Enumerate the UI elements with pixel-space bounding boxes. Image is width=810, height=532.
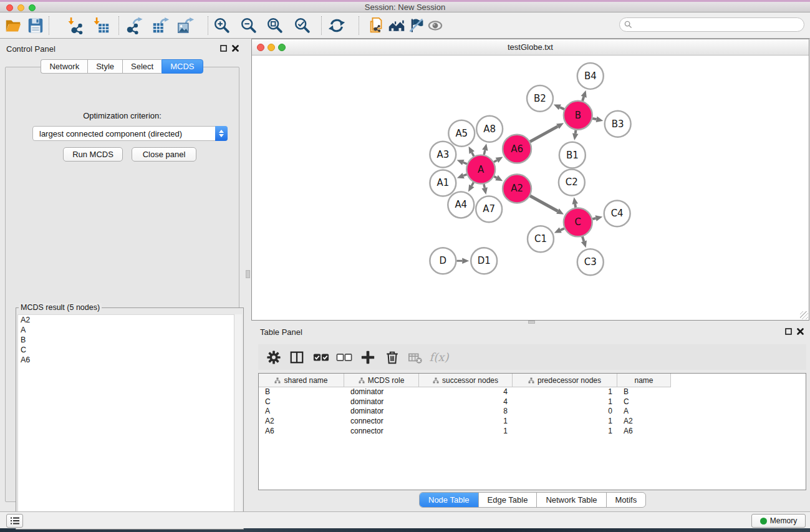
- node-C2[interactable]: C2: [559, 170, 585, 196]
- edge-C-C1[interactable]: [554, 228, 564, 233]
- float-table-panel-icon[interactable]: [785, 328, 792, 335]
- table-row[interactable]: Bdominator41B: [259, 387, 806, 397]
- node-D1[interactable]: D1: [471, 248, 497, 274]
- edge-C-C3[interactable]: [581, 236, 587, 248]
- tab-node-table[interactable]: Node Table: [420, 493, 478, 507]
- search-input[interactable]: [632, 18, 804, 31]
- node-B4[interactable]: B4: [577, 63, 604, 89]
- column-header-successor-nodes[interactable]: successor nodes: [419, 374, 513, 387]
- vertical-splitter-handle[interactable]: [246, 270, 250, 278]
- float-panel-icon[interactable]: [220, 45, 227, 52]
- node-A8[interactable]: A8: [476, 116, 503, 142]
- mcds-result-item[interactable]: A: [18, 325, 241, 335]
- zoom-fit-icon[interactable]: [265, 14, 285, 37]
- import-table-icon[interactable]: [91, 14, 111, 37]
- node-B1[interactable]: B1: [559, 142, 586, 168]
- home-icon[interactable]: [388, 14, 405, 37]
- edge-A-A8[interactable]: [482, 143, 488, 155]
- node-A1[interactable]: A1: [430, 170, 456, 196]
- flag-icon[interactable]: [407, 14, 425, 37]
- copy-network-icon[interactable]: [368, 14, 385, 37]
- open-session-icon[interactable]: [3, 14, 23, 37]
- table-row[interactable]: A6connector11A6: [259, 427, 806, 437]
- column-header-predecessor-nodes[interactable]: predecessor nodes: [513, 374, 617, 387]
- node-D[interactable]: D: [430, 248, 456, 274]
- function-builder-icon[interactable]: f(x): [428, 349, 450, 365]
- edge-A-A6[interactable]: [494, 157, 503, 163]
- node-C1[interactable]: C1: [528, 226, 554, 252]
- node-A[interactable]: A: [466, 155, 495, 184]
- window-resize-grip[interactable]: [800, 311, 808, 319]
- edge-A2-C[interactable]: [530, 196, 564, 215]
- node-B3[interactable]: B3: [605, 111, 631, 137]
- node-A6[interactable]: A6: [503, 135, 531, 163]
- show-panels-button[interactable]: [6, 514, 23, 528]
- select-all-icon[interactable]: [312, 349, 329, 365]
- tab-motifs[interactable]: Motifs: [606, 493, 646, 507]
- edge-A-A3[interactable]: [457, 160, 467, 165]
- show-columns-icon[interactable]: [288, 349, 305, 365]
- mcds-result-item[interactable]: B: [18, 335, 241, 345]
- node-A5[interactable]: A5: [448, 120, 475, 147]
- eye-icon[interactable]: [427, 14, 444, 37]
- edge-A-A7[interactable]: [482, 184, 488, 195]
- zoom-selected-icon[interactable]: [292, 14, 312, 37]
- edge-B-B4[interactable]: [581, 90, 587, 101]
- tab-mcds[interactable]: MCDS: [162, 59, 203, 74]
- edge-A-A1[interactable]: [457, 173, 467, 178]
- column-header-shared-name[interactable]: shared name: [259, 374, 344, 387]
- refresh-icon[interactable]: [327, 14, 347, 37]
- edge-A-A2[interactable]: [494, 175, 503, 181]
- edge-C-C2[interactable]: [572, 197, 578, 208]
- export-network-icon[interactable]: [124, 14, 144, 37]
- delete-column-icon[interactable]: [383, 349, 400, 365]
- tab-network-table[interactable]: Network Table: [536, 493, 605, 507]
- table-row[interactable]: Adominator80A: [259, 407, 806, 417]
- save-session-icon[interactable]: [26, 14, 46, 37]
- tab-style[interactable]: Style: [87, 59, 122, 74]
- edge-A-A4[interactable]: [468, 182, 475, 191]
- export-image-icon[interactable]: [176, 14, 196, 37]
- edge-A6-B[interactable]: [530, 123, 564, 142]
- edge-B-B2[interactable]: [554, 105, 564, 110]
- criterion-dropdown[interactable]: largest connected component (directed): [32, 126, 228, 141]
- mcds-result-item[interactable]: A2: [18, 315, 241, 325]
- zoom-out-icon[interactable]: [239, 14, 259, 37]
- deselect-all-icon[interactable]: [335, 349, 352, 365]
- tab-network[interactable]: Network: [41, 59, 87, 74]
- edge-B-B3[interactable]: [592, 117, 603, 122]
- zoom-in-icon[interactable]: [212, 14, 232, 37]
- add-column-icon[interactable]: [359, 349, 376, 365]
- mcds-result-item[interactable]: A6: [18, 355, 241, 365]
- close-panel-icon[interactable]: [232, 45, 239, 52]
- node-C4[interactable]: C4: [604, 200, 630, 226]
- mcds-result-scrollbar[interactable]: [234, 314, 242, 528]
- node-B[interactable]: B: [564, 101, 592, 130]
- mcds-result-item[interactable]: C: [18, 345, 241, 355]
- node-A7[interactable]: A7: [476, 196, 502, 222]
- network-canvas[interactable]: B4B2BB3A8A5A6A3B1AA1C2A2A4A7C4CC1DD1C3: [252, 56, 809, 320]
- table-row[interactable]: A2connector11A2: [259, 417, 806, 427]
- column-header-mcds-role[interactable]: MCDS role: [344, 374, 419, 387]
- export-table-icon[interactable]: [151, 14, 171, 37]
- edge-A-A5[interactable]: [469, 147, 475, 157]
- edge-C-C4[interactable]: [592, 215, 602, 221]
- run-mcds-button[interactable]: Run MCDS: [63, 147, 123, 162]
- node-A3[interactable]: A3: [430, 142, 456, 168]
- node-C3[interactable]: C3: [577, 249, 604, 275]
- import-network-icon[interactable]: [65, 14, 85, 37]
- node-B2[interactable]: B2: [527, 85, 553, 112]
- table-settings-icon[interactable]: [265, 349, 282, 365]
- close-panel-button[interactable]: Close panel: [132, 147, 196, 162]
- tab-edge-table[interactable]: Edge Table: [478, 493, 537, 507]
- node-A2[interactable]: A2: [503, 175, 531, 203]
- memory-button[interactable]: Memory: [751, 514, 806, 528]
- table-row[interactable]: Cdominator41C: [259, 397, 806, 407]
- node-C[interactable]: C: [564, 208, 592, 236]
- tab-select[interactable]: Select: [122, 59, 162, 74]
- delete-table-icon[interactable]: [407, 349, 423, 365]
- edge-B-B1[interactable]: [572, 130, 578, 140]
- close-table-panel-icon[interactable]: [797, 328, 804, 335]
- node-A4[interactable]: A4: [448, 191, 474, 218]
- edge-D-D1[interactable]: [456, 258, 469, 264]
